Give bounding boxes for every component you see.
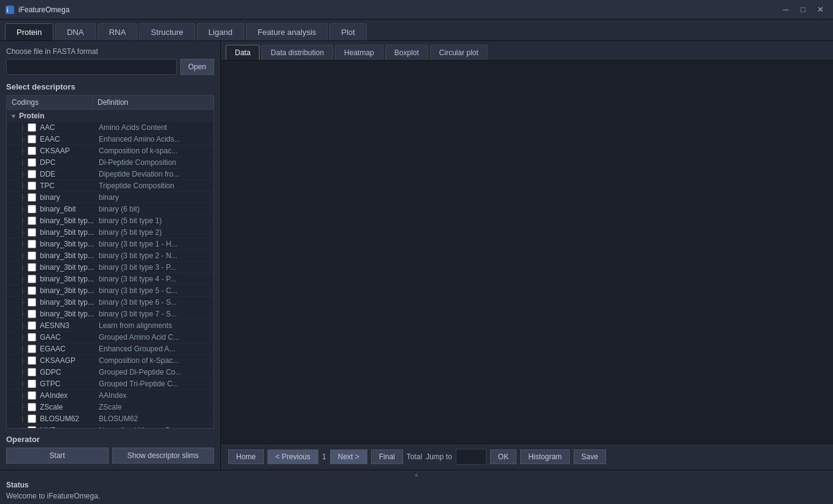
total-label: Total (407, 452, 422, 461)
sub-tab-data-distribution[interactable]: Data distribution (261, 45, 333, 60)
main-tab-ligand[interactable]: Ligand (197, 23, 244, 40)
descriptor-checkbox[interactable] (28, 216, 36, 225)
indent2-spacer: ├ (20, 345, 28, 353)
table-row: ├ binary_5bit typ... binary (5 bit type … (7, 215, 213, 227)
fasta-section: Choose file in FASTA format Open (6, 47, 214, 82)
descriptor-container: Codings Definition ▼ Protein ├ AAC Amino… (6, 95, 214, 429)
main-tab-rna[interactable]: RNA (98, 23, 137, 40)
descriptor-checkbox[interactable] (28, 368, 36, 376)
descriptor-checkbox[interactable] (28, 181, 36, 190)
descriptor-checkbox[interactable] (28, 414, 36, 423)
descriptor-checkbox[interactable] (28, 158, 36, 167)
descriptor-code: binary_3bit typ... (40, 263, 99, 272)
close-button[interactable]: ✕ (812, 3, 828, 17)
start-button[interactable]: Start (6, 448, 109, 464)
descriptor-checkbox[interactable] (28, 286, 36, 295)
descriptor-definition: Learn from alignments (99, 321, 210, 330)
descriptor-code: AESNN3 (40, 321, 99, 330)
table-row: ├ NMBroto Normalized Moreau-Br... (7, 425, 213, 428)
home-button[interactable]: Home (228, 449, 264, 464)
descriptor-checkbox[interactable] (28, 356, 36, 365)
descriptor-definition: Di-Peptide Composition (99, 158, 210, 167)
descriptor-checkbox[interactable] (28, 251, 36, 260)
previous-button[interactable]: < Previous (267, 449, 318, 464)
descriptor-checkbox[interactable] (28, 275, 36, 283)
save-button[interactable]: Save (574, 449, 606, 464)
descriptor-checkbox[interactable] (28, 228, 36, 237)
descriptor-checkbox[interactable] (28, 333, 36, 342)
table-row: ├ binary_3bit typ... binary (3 bit type … (7, 297, 213, 308)
indent2-spacer: ├ (20, 264, 28, 271)
descriptor-checkbox[interactable] (28, 298, 36, 307)
table-row: ├ CKSAAP Composition of k-spac... (7, 145, 213, 157)
open-button[interactable]: Open (180, 59, 214, 75)
descriptor-code: binary_3bit typ... (40, 298, 99, 307)
indent2-spacer: ├ (20, 217, 28, 224)
descriptor-checkbox[interactable] (28, 147, 36, 155)
sub-tab-circular-plot[interactable]: Circular plot (430, 45, 488, 60)
descriptor-definition: Enhanced Grouped A... (99, 345, 210, 353)
descriptor-checkbox[interactable] (28, 193, 36, 202)
descriptor-definition: Grouped Tri-Peptide C... (99, 380, 210, 388)
descriptor-checkbox[interactable] (28, 310, 36, 318)
descriptor-checkbox[interactable] (28, 263, 36, 272)
descriptor-checkbox[interactable] (28, 135, 36, 143)
sub-tab-heatmap[interactable]: Heatmap (335, 45, 383, 60)
descriptor-checkbox[interactable] (28, 321, 36, 330)
histogram-button[interactable]: Histogram (520, 449, 570, 464)
coding-column-header: Codings (7, 96, 93, 109)
descriptor-checkbox[interactable] (28, 403, 36, 411)
main-tab-dna[interactable]: DNA (55, 23, 95, 40)
descriptor-definition: Dipeptide Deviation fro... (99, 170, 210, 178)
sub-tab-data[interactable]: Data (226, 45, 259, 60)
descriptor-code: GAAC (40, 333, 99, 342)
fasta-input[interactable] (6, 59, 177, 75)
ok-button[interactable]: OK (490, 449, 516, 464)
main-tab-plot[interactable]: Plot (329, 23, 366, 40)
pagination-bar: Home < Previous 1 Next > Final Total Jum… (221, 443, 833, 470)
final-button[interactable]: Final (371, 449, 403, 464)
descriptor-checkbox[interactable] (28, 380, 36, 388)
descriptor-code: binary_3bit typ... (40, 251, 99, 260)
descriptor-checkbox[interactable] (28, 205, 36, 213)
descriptor-code: GTPC (40, 380, 99, 388)
sub-tab-boxplot[interactable]: Boxplot (385, 45, 428, 60)
descriptor-scroll[interactable]: ▼ Protein ├ AAC Amino Acids Content ├ EA… (7, 110, 213, 428)
minimize-button[interactable]: ─ (778, 3, 794, 17)
indent2-spacer: ├ (20, 357, 28, 364)
descriptor-checkbox[interactable] (28, 240, 36, 248)
app-icon: i (5, 5, 15, 15)
table-row: ├ EAAC Enhanced Amino Acids... (7, 134, 213, 145)
descriptor-checkbox[interactable] (28, 426, 36, 428)
show-descriptor-slims-button[interactable]: Show descriptor slims (112, 448, 215, 464)
indent2-spacer: ├ (20, 240, 28, 248)
table-row: ├ AESNN3 Learn from alignments (7, 320, 213, 332)
indent2-spacer: ├ (20, 392, 28, 399)
descriptor-definition: ZScale (99, 403, 210, 411)
left-panel: Choose file in FASTA format Open Select … (0, 41, 221, 470)
descriptor-code: ZScale (40, 403, 99, 411)
group-protein[interactable]: ▼ Protein (7, 110, 213, 122)
jump-to-input[interactable] (456, 449, 486, 465)
descriptor-checkbox[interactable] (28, 391, 36, 400)
table-row: ├ GTPC Grouped Tri-Peptide C... (7, 378, 213, 390)
table-row: ├ binary_3bit typ... binary (3 bit type … (7, 308, 213, 320)
main-tab-structure[interactable]: Structure (139, 23, 195, 40)
indent2-spacer: ├ (20, 275, 28, 283)
indent2-spacer: ├ (20, 334, 28, 341)
next-button[interactable]: Next > (330, 449, 367, 464)
indent2-spacer: ├ (20, 182, 28, 189)
descriptor-definition: binary (3 bit type 7 - S... (99, 310, 210, 318)
descriptor-code: binary_5bit typ... (40, 216, 99, 225)
descriptor-code: EGAAC (40, 345, 99, 353)
maximize-button[interactable]: □ (795, 3, 811, 17)
main-tab-feature-analysis[interactable]: Feature analysis (246, 23, 328, 40)
main-tab-protein[interactable]: Protein (5, 23, 53, 40)
descriptor-checkbox[interactable] (28, 123, 36, 132)
resize-handle[interactable]: ▲ (0, 470, 833, 478)
table-row: ├ DPC Di-Peptide Composition (7, 157, 213, 169)
descriptor-checkbox[interactable] (28, 170, 36, 178)
descriptor-definition: Normalized Moreau-Br... (99, 426, 210, 428)
indent2-spacer: ├ (20, 403, 28, 411)
descriptor-checkbox[interactable] (28, 345, 36, 353)
